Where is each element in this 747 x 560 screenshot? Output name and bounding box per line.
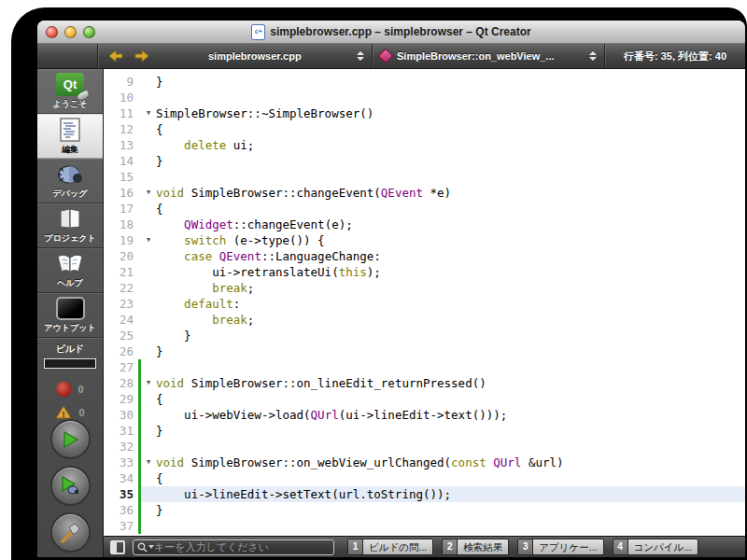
output-screen-icon: [56, 297, 85, 320]
error-octagon-icon: [56, 382, 71, 397]
code-line[interactable]: 36}: [104, 502, 745, 518]
titlebar: c+ simplebrowser.cpp – simplebrowser – Q…: [37, 21, 745, 44]
warning-counter[interactable]: ! 0: [37, 405, 103, 419]
code-line[interactable]: 14}: [104, 153, 745, 169]
code-line[interactable]: 24 break;: [104, 312, 745, 328]
back-icon[interactable]: [109, 50, 123, 62]
code-line[interactable]: 27: [104, 359, 745, 375]
line-number: 14: [104, 153, 138, 169]
line-number: 23: [104, 296, 138, 312]
code-line[interactable]: 9}: [104, 74, 745, 90]
code-line[interactable]: 23 default:: [104, 296, 745, 312]
code-line[interactable]: 15: [104, 169, 745, 185]
build-button[interactable]: [50, 512, 91, 553]
code-editor[interactable]: 9}1011▼SimpleBrowser::~SimpleBrowser()12…: [104, 69, 745, 536]
line-number: 35: [104, 486, 138, 502]
code-text: ui->lineEdit->setText(url.toString());: [156, 486, 745, 502]
code-line[interactable]: 20 case QEvent::LanguageChange:: [104, 248, 745, 264]
fold-column: [141, 169, 156, 185]
debug-run-button[interactable]: [50, 466, 91, 506]
line-number: 32: [104, 439, 138, 455]
error-counter[interactable]: 0: [37, 382, 103, 397]
sidebar-item-welcome[interactable]: Qt ようこそ: [37, 69, 103, 114]
code-line[interactable]: 26}: [104, 343, 745, 359]
pane-compile-output[interactable]: 4 コンパイル...: [613, 539, 698, 555]
code-line[interactable]: 10: [104, 90, 745, 105]
window-title: c+ simplebrowser.cpp – simplebrowser – Q…: [37, 24, 745, 40]
sidebar-item-output[interactable]: アウトプット: [37, 293, 103, 338]
toggle-sidebar-icon[interactable]: [110, 540, 125, 554]
editor-pane: 9}1011▼SimpleBrowser::~SimpleBrowser()12…: [104, 69, 745, 557]
fold-marker-icon[interactable]: ▼: [141, 375, 156, 391]
run-button[interactable]: [50, 419, 91, 459]
sidebar-item-label: アウトプット: [44, 322, 95, 334]
symbol-combo[interactable]: SimpleBrowser::on_webView_...: [373, 50, 604, 62]
code-line[interactable]: 30 ui->webView->load(QUrl(ui->lineEdit->…: [104, 407, 745, 423]
locator-wrap: [133, 539, 334, 555]
code-line[interactable]: 32: [104, 439, 745, 455]
pane-label: 検索結果: [457, 539, 508, 554]
search-magnifier-icon[interactable]: [137, 542, 154, 553]
pane-build-issues[interactable]: 1 ビルドの問...: [347, 539, 433, 555]
code-line[interactable]: 28▼void SimpleBrowser::on_lineEdit_retur…: [104, 375, 745, 391]
code-text: ui->retranslateUi(this);: [156, 264, 745, 280]
line-number: 21: [104, 264, 138, 280]
code-line[interactable]: 12{: [104, 121, 745, 137]
code-line[interactable]: 19▼ switch (e->type()) {: [104, 232, 745, 248]
code-text: {: [156, 201, 745, 217]
build-label: ビルド: [56, 343, 85, 356]
fold-column: [141, 343, 156, 359]
code-line[interactable]: 33▼void SimpleBrowser::on_webView_urlCha…: [104, 455, 745, 470]
line-number: 26: [104, 343, 138, 359]
code-line[interactable]: 37: [104, 518, 745, 534]
fold-column: [141, 518, 156, 534]
locator-input[interactable]: [133, 539, 334, 555]
screenshot-stage: c+ simplebrowser.cpp – simplebrowser – Q…: [0, 0, 747, 560]
output-panes-bar: 1 ビルドの問... 2 検索結果 3 アプリケー... 4: [104, 536, 745, 557]
sidebar-item-label: デバッグ: [53, 188, 88, 200]
pane-application-output[interactable]: 3 アプリケー...: [517, 539, 603, 555]
sidebar-item-edit[interactable]: 編集: [37, 114, 103, 159]
line-number: 31: [104, 423, 138, 439]
symbol-name: SimpleBrowser::on_webView_...: [397, 50, 555, 62]
fold-column: [141, 217, 156, 232]
code-line[interactable]: 18 QWidget::changeEvent(e);: [104, 217, 745, 232]
line-number: 12: [104, 121, 138, 137]
code-text: [156, 90, 745, 105]
line-number: 37: [104, 518, 138, 534]
line-number: 19: [104, 232, 138, 248]
code-line[interactable]: 13 delete ui;: [104, 137, 745, 153]
code-text: break;: [156, 312, 745, 328]
action-buttons: [37, 419, 103, 557]
forward-icon[interactable]: [134, 50, 148, 62]
fold-marker-icon[interactable]: ▼: [141, 232, 156, 248]
code-line[interactable]: 25 }: [104, 328, 745, 343]
line-number: 18: [104, 217, 138, 232]
code-text: {: [156, 391, 745, 407]
fold-marker-icon[interactable]: ▼: [141, 105, 156, 121]
sidebar-item-help[interactable]: ヘルプ: [37, 248, 103, 293]
warning-triangle-icon: !: [55, 405, 72, 419]
code-line[interactable]: 17{: [104, 201, 745, 217]
code-line[interactable]: 21 ui->retranslateUi(this);: [104, 264, 745, 280]
code-line[interactable]: 31}: [104, 423, 745, 439]
fold-marker-icon[interactable]: ▼: [141, 185, 156, 201]
code-line[interactable]: 29{: [104, 391, 745, 407]
pane-search-results[interactable]: 2 検索結果: [442, 539, 509, 555]
fold-marker-icon[interactable]: ▼: [141, 455, 156, 470]
code-text: {: [156, 121, 745, 137]
line-number: 29: [104, 391, 138, 407]
sidebar-item-debug[interactable]: デバッグ: [37, 159, 103, 203]
code-line[interactable]: 16▼void SimpleBrowser::changeEvent(QEven…: [104, 185, 745, 201]
debug-play-icon: [60, 476, 80, 497]
open-file-name: simplebrowser.cpp: [208, 50, 302, 62]
line-number: 16: [104, 185, 138, 201]
code-line[interactable]: 11▼SimpleBrowser::~SimpleBrowser(): [104, 105, 745, 121]
code-line[interactable]: 22 break;: [104, 280, 745, 296]
code-line[interactable]: 34{: [104, 470, 745, 486]
sidebar-item-projects[interactable]: プロジェクト: [37, 203, 103, 248]
fold-column: [141, 121, 156, 137]
code-line[interactable]: 35 ui->lineEdit->setText(url.toString())…: [104, 486, 745, 502]
open-file-combo[interactable]: simplebrowser.cpp: [160, 50, 372, 62]
help-book-icon: [56, 253, 84, 275]
